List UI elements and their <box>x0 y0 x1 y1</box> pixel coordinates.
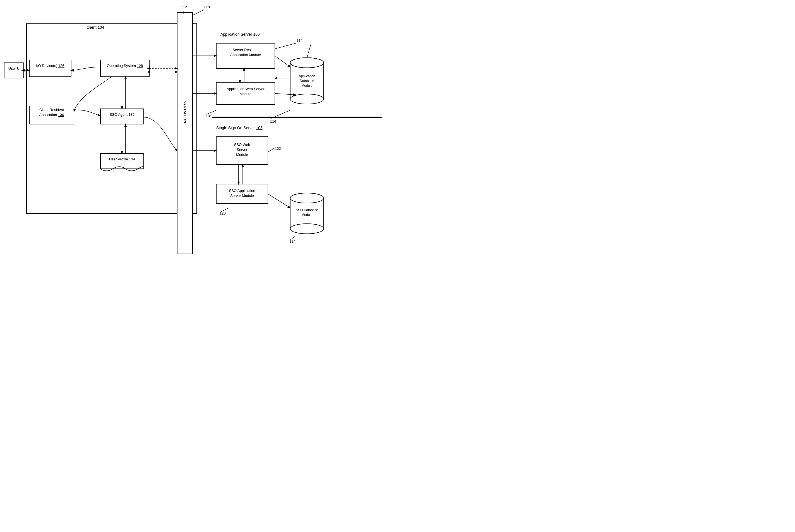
svg-line-3 <box>192 10 204 15</box>
ref-122-label: 122 <box>275 147 281 151</box>
app-server-text: Application Server 106 <box>221 32 260 37</box>
svg-line-45 <box>307 43 311 58</box>
app-server-label: Application Server 106 <box>221 32 260 37</box>
svg-point-21 <box>290 193 324 203</box>
app-database-label: ApplicationDatabaseModule <box>290 74 324 88</box>
svg-line-4 <box>183 10 184 15</box>
svg-point-19 <box>290 94 324 104</box>
diagram: 112 110 Client 104 Application Server 10… <box>0 0 397 266</box>
svg-line-46 <box>275 43 296 49</box>
svg-point-20 <box>290 58 324 68</box>
os-label: Operating System 128 <box>100 63 149 68</box>
user-profile-label: User Profile 134 <box>100 157 144 161</box>
ref-120-label: 120 <box>220 211 226 215</box>
sso-web-server-label: SSO WebServerModule <box>216 142 268 158</box>
svg-rect-6 <box>29 60 71 77</box>
sso-database-label: SSO DatabaseModule <box>290 208 324 217</box>
sso-server-text: Single Sign On Server 108 <box>216 126 263 130</box>
sso-agent-label: SSO Agent 132 <box>100 112 144 117</box>
client-resident-label: Client ResidentApplication 130 <box>29 108 74 117</box>
svg-point-26 <box>290 193 324 203</box>
svg-line-39 <box>275 93 296 95</box>
svg-point-15 <box>290 58 324 68</box>
client-text: Client 104 <box>87 25 104 30</box>
server-resident-label: Server ResidentApplication Module <box>216 48 275 57</box>
svg-line-38 <box>275 56 290 67</box>
ref-110-label: 110 <box>204 5 210 9</box>
app-web-server-label: Application Web ServerModule <box>216 87 275 96</box>
ref-114-label: 114 <box>296 38 302 43</box>
svg-line-43 <box>268 194 290 208</box>
sso-server-label: Single Sign On Server 108 <box>216 126 263 130</box>
ref-112-label: 112 <box>181 5 187 9</box>
svg-point-25 <box>290 224 324 234</box>
svg-line-50 <box>268 148 275 152</box>
diagram-svg <box>0 0 397 266</box>
io-devices-label: I/O Device(s) 126 <box>29 63 71 68</box>
sso-app-server-label: SSO ApplicationServer Module <box>216 188 268 198</box>
ref-118-label: 118 <box>205 114 211 118</box>
svg-rect-0 <box>26 24 197 213</box>
client-label: Client 104 <box>87 25 104 30</box>
ref-124-label: 124 <box>289 239 296 244</box>
svg-line-47 <box>271 110 290 118</box>
ref-116-label: 116 <box>270 119 276 124</box>
user-u-label: User U <box>4 66 24 71</box>
network-label: NETWORK <box>177 84 192 139</box>
svg-rect-7 <box>100 60 149 77</box>
